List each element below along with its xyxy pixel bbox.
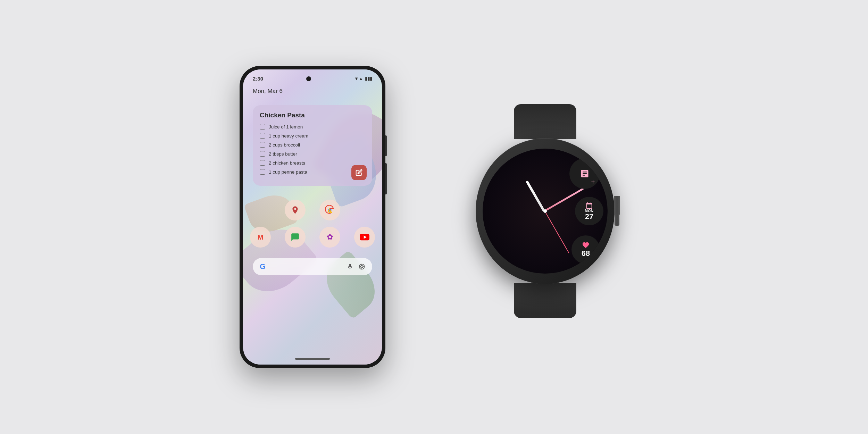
phone-screen: 2:30 ▼▲ ▮▮▮ Mon, Mar 6 Chicken Pasta Jui…: [243, 69, 382, 365]
battery-icon: ▮▮▮: [365, 76, 372, 81]
status-time: 2:30: [253, 76, 263, 82]
checkbox-5[interactable]: [260, 160, 265, 166]
watch-band-bottom: [514, 283, 576, 318]
recipe-item-4: 2 tbsps butter: [260, 151, 365, 157]
power-button: [385, 135, 387, 156]
app-icons-row-1: [243, 200, 382, 220]
phone-device: 2:30 ▼▲ ▮▮▮ Mon, Mar 6 Chicken Pasta Jui…: [240, 66, 385, 368]
watch-crown-secondary: [615, 214, 619, 226]
status-icons: ▼▲ ▮▮▮: [354, 76, 372, 81]
heart-rate-value: 68: [582, 249, 590, 258]
lens-icon[interactable]: [358, 263, 365, 270]
recipe-item-3: 2 cups broccoli: [260, 142, 365, 148]
app-icon-games[interactable]: ✿: [319, 227, 340, 248]
recipe-edit-button[interactable]: [351, 165, 367, 180]
checkbox-2[interactable]: [260, 133, 265, 139]
app-icons-row-2: M ✿: [243, 227, 382, 248]
watch-case: MON 27 68: [476, 138, 615, 284]
watch-face: MON 27 68: [483, 149, 608, 274]
recipe-item-6: 1 cup penne pasta: [260, 169, 365, 175]
ingredient-6: 1 cup penne pasta: [269, 169, 307, 175]
ingredient-2: 1 cup heavy cream: [269, 133, 308, 139]
main-scene: 2:30 ▼▲ ▮▮▮ Mon, Mar 6 Chicken Pasta Jui…: [240, 66, 628, 368]
ingredient-5: 2 chicken breasts: [269, 160, 305, 166]
mic-icon[interactable]: [347, 263, 353, 270]
complication-heart-rate[interactable]: 68: [571, 235, 600, 264]
phone-date: Mon, Mar 6: [243, 84, 382, 98]
svg-point-4: [361, 266, 363, 268]
camera-notch: [306, 76, 311, 81]
app-icon-messages[interactable]: [285, 227, 306, 248]
ingredient-4: 2 tbsps butter: [269, 151, 297, 157]
add-icon: [590, 179, 596, 185]
complication-tasks[interactable]: [569, 158, 600, 189]
recipe-title: Chicken Pasta: [260, 111, 365, 119]
home-indicator: [295, 358, 330, 360]
app-icon-youtube[interactable]: [354, 227, 375, 248]
calendar-date: 27: [585, 213, 593, 220]
app-icon-maps[interactable]: [285, 200, 306, 220]
app-icon-gmail[interactable]: M: [250, 227, 271, 248]
center-dot: [543, 209, 547, 213]
calendar-icon: [586, 202, 593, 209]
recipe-item-1: Juice of 1 lemon: [260, 124, 365, 130]
search-action-icons: [347, 263, 365, 270]
checkbox-3[interactable]: [260, 142, 265, 148]
google-search-bar[interactable]: G: [253, 258, 372, 275]
watch-crown-main: [614, 196, 620, 215]
watch-band-top: [514, 104, 576, 139]
checkbox-1[interactable]: [260, 124, 265, 130]
recipe-widget: Chicken Pasta Juice of 1 lemon 1 cup hea…: [253, 105, 372, 186]
complication-calendar[interactable]: MON 27: [575, 197, 603, 225]
second-hand: [544, 211, 569, 253]
status-bar: 2:30 ▼▲ ▮▮▮: [243, 69, 382, 84]
heart-icon: [582, 241, 590, 249]
tasks-icon: [580, 169, 590, 178]
checkbox-6[interactable]: [260, 169, 265, 175]
google-logo: G: [260, 262, 266, 271]
wifi-icon: ▼▲: [354, 76, 363, 81]
app-icon-chrome[interactable]: [319, 200, 340, 220]
ingredient-3: 2 cups broccoli: [269, 142, 300, 148]
smartwatch-device: MON 27 68: [462, 104, 628, 330]
recipe-item-5: 2 chicken breasts: [260, 160, 365, 166]
volume-button: [385, 163, 387, 194]
checkbox-4[interactable]: [260, 151, 265, 157]
ingredient-1: Juice of 1 lemon: [269, 124, 303, 130]
recipe-item-2: 1 cup heavy cream: [260, 133, 365, 139]
hour-hand: [525, 181, 545, 212]
